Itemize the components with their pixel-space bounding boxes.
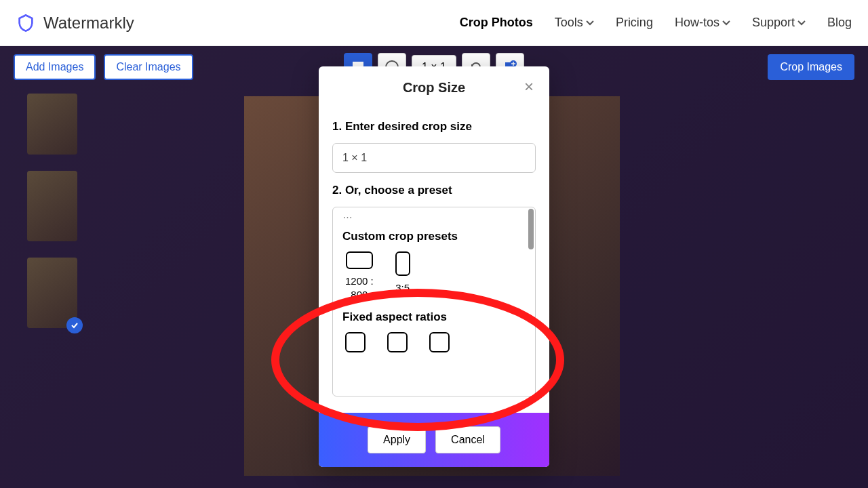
crop-size-input[interactable] [332, 143, 536, 173]
nav-support-label: Support [752, 16, 795, 30]
nav-tools-label: Tools [555, 16, 583, 30]
preset-shape-icon [345, 332, 366, 352]
custom-preset-items: 1200 : 800 3:5 [342, 251, 526, 301]
step1-label: 1. Enter desired crop size [332, 120, 536, 134]
selected-check-icon [66, 317, 83, 333]
app-header: Watermarkly Crop Photos Tools Pricing Ho… [0, 0, 868, 46]
preset-fixed-3[interactable] [429, 332, 450, 352]
close-button[interactable]: × [519, 77, 538, 96]
modal-footer: Apply Cancel [319, 413, 549, 467]
cancel-button[interactable]: Cancel [435, 426, 500, 453]
close-icon: × [524, 77, 534, 96]
custom-presets-title: Custom crop presets [342, 230, 526, 243]
preset-1200-800[interactable]: 1200 : 800 [345, 251, 374, 301]
brand-name: Watermarkly [43, 14, 134, 33]
nav-pricing[interactable]: Pricing [616, 16, 653, 30]
add-images-button[interactable]: Add Images [14, 54, 96, 80]
crop-images-button[interactable]: Crop Images [768, 54, 854, 80]
crop-size-modal: Crop Size × 1. Enter desired crop size 2… [319, 66, 549, 467]
preset-list[interactable]: … Custom crop presets 1200 : 800 3:5 [332, 207, 536, 396]
thumbnail[interactable] [27, 171, 77, 241]
fixed-ratios-title: Fixed aspect ratios [342, 310, 526, 324]
truncated-option: … [333, 207, 535, 220]
scrollbar-thumb[interactable] [528, 209, 534, 249]
step2-label: 2. Or, choose a preset [332, 184, 536, 197]
fixed-ratios-section: Fixed aspect ratios [333, 301, 535, 352]
preset-shape-icon [387, 332, 408, 352]
nav-howtos[interactable]: How-tos [675, 16, 730, 30]
nav-howtos-label: How-tos [675, 16, 719, 30]
preset-fixed-2[interactable] [387, 332, 408, 352]
clear-images-button[interactable]: Clear Images [104, 54, 193, 80]
fixed-ratio-items [342, 332, 526, 352]
chevron-down-icon [722, 20, 730, 26]
editor-area: Add Images Clear Images 1 × 1 Crop Image… [0, 46, 868, 488]
preset-shape-icon [395, 251, 410, 276]
modal-title: Crop Size [332, 80, 536, 96]
nav-crop-photos[interactable]: Crop Photos [460, 16, 533, 30]
preset-fixed-1[interactable] [345, 332, 366, 352]
preset-label: 3:5 [395, 281, 410, 295]
modal-header: Crop Size × [319, 66, 549, 102]
custom-presets-section: Custom crop presets 1200 : 800 3:5 [333, 220, 535, 301]
preset-shape-icon [429, 332, 450, 352]
nav-support[interactable]: Support [752, 16, 806, 30]
logo[interactable]: Watermarkly [16, 14, 134, 33]
thumbnail[interactable] [27, 258, 77, 328]
nav-tools[interactable]: Tools [555, 16, 594, 30]
preset-3-5[interactable]: 3:5 [395, 251, 410, 301]
thumbnail-list [27, 94, 77, 328]
preset-label: 1200 : 800 [345, 274, 374, 301]
nav-blog[interactable]: Blog [827, 16, 852, 30]
chevron-down-icon [586, 20, 594, 26]
apply-button[interactable]: Apply [368, 426, 426, 453]
main-nav: Crop Photos Tools Pricing How-tos Suppor… [460, 16, 852, 30]
shield-icon [16, 14, 35, 33]
preset-shape-icon [346, 251, 373, 269]
thumbnail[interactable] [27, 94, 77, 155]
chevron-down-icon [797, 20, 806, 26]
modal-body: 1. Enter desired crop size 2. Or, choose… [319, 102, 549, 396]
